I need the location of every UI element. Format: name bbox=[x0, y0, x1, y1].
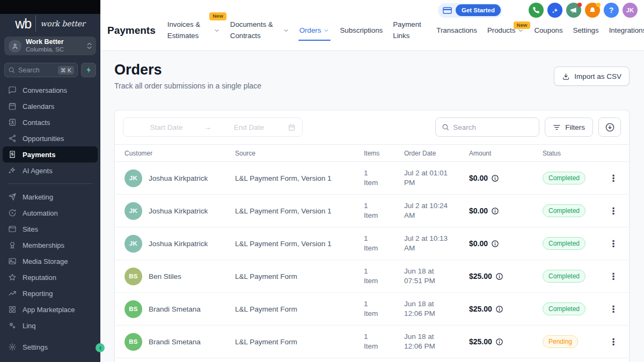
column-header: Items bbox=[353, 150, 393, 157]
sidebar-item-sites[interactable]: Sites bbox=[3, 221, 98, 237]
order-status: Pending bbox=[532, 335, 598, 348]
sidebar-item-automation[interactable]: Automation bbox=[3, 205, 98, 221]
sidebar-item-label: Settings bbox=[23, 343, 48, 351]
row-menu-button[interactable]: ⋮ bbox=[606, 335, 621, 349]
order-status: Completed bbox=[532, 204, 598, 217]
column-header: Order Date bbox=[393, 150, 458, 157]
table-row[interactable]: JK Joshua Kirkpatrick L&L Payment Form, … bbox=[115, 195, 629, 227]
info-icon[interactable] bbox=[491, 207, 499, 215]
sidebar-search[interactable]: ⌘ K bbox=[4, 63, 78, 77]
sidebar-item-label: Reporting bbox=[23, 290, 53, 298]
sidebar-item-linq[interactable]: Linq bbox=[3, 317, 98, 334]
calendar-icon bbox=[288, 123, 296, 131]
table-row[interactable]: JK Joshua Kirkpatrick L&L Payment Form, … bbox=[115, 162, 629, 195]
order-date: Jun 18 at12:06 PM bbox=[393, 299, 458, 319]
customer-name: Joshua Kirkpatrick bbox=[149, 240, 208, 248]
sidebar-item-settings[interactable]: Settings bbox=[3, 339, 98, 355]
logo: wb work better bbox=[0, 15, 100, 32]
user-avatar[interactable]: JK bbox=[623, 3, 638, 18]
card-icon bbox=[443, 7, 452, 14]
order-source: L&L Payment Form, Version 1 bbox=[224, 240, 353, 248]
status-badge: Completed bbox=[543, 270, 586, 283]
notifications-button[interactable] bbox=[585, 3, 600, 18]
sidebar-item-app-marketplace[interactable]: App Marketplace bbox=[3, 301, 98, 317]
tab-settings[interactable]: Settings bbox=[573, 25, 599, 36]
tab-integrations[interactable]: Integrations bbox=[609, 25, 644, 36]
status-badge: Completed bbox=[543, 172, 586, 184]
row-menu-button[interactable]: ⋮ bbox=[606, 270, 621, 283]
customer-name: Brandi Smetana bbox=[149, 338, 201, 346]
info-icon[interactable] bbox=[495, 338, 503, 346]
account-switcher[interactable]: Work Better Columbia, SC bbox=[4, 36, 96, 55]
info-icon[interactable] bbox=[495, 305, 503, 313]
orders-card: → Filters bbox=[114, 110, 630, 362]
sidebar-item-label: Media Storage bbox=[23, 257, 68, 265]
announcements-button[interactable] bbox=[566, 3, 581, 18]
customer-name: Brandi Smetana bbox=[149, 305, 201, 313]
phone-button[interactable] bbox=[529, 3, 544, 18]
row-menu-button[interactable]: ⋮ bbox=[606, 172, 621, 185]
table-row[interactable]: BS Ben Stiles L&L Payment Form 1Item Jun… bbox=[115, 260, 629, 293]
sidebar-item-reporting[interactable]: Reporting bbox=[3, 285, 98, 301]
sidebar-item-marketing[interactable]: Marketing bbox=[3, 189, 98, 205]
order-source: L&L Payment Form bbox=[224, 272, 353, 280]
date-range-picker[interactable]: → bbox=[123, 117, 303, 137]
quick-actions-button[interactable] bbox=[81, 63, 96, 77]
sidebar-collapse-button[interactable] bbox=[96, 343, 105, 352]
tab-coupons[interactable]: Coupons bbox=[534, 25, 562, 36]
sidebar-item-label: Sites bbox=[23, 225, 38, 233]
topbar-actions: Get Started ? JK bbox=[438, 3, 638, 18]
tab-documents-contracts[interactable]: Documents & Contracts bbox=[230, 19, 289, 41]
start-date-input[interactable] bbox=[130, 123, 203, 131]
order-items: 1Item bbox=[353, 299, 393, 319]
filter-icon bbox=[553, 124, 561, 131]
sidebar-item-opportunities[interactable]: Opportunities bbox=[3, 130, 98, 146]
sidebar-item-conversations[interactable]: Conversations bbox=[3, 82, 98, 98]
get-started-pill: Get Started bbox=[438, 3, 502, 18]
end-date-input[interactable] bbox=[213, 123, 286, 131]
table-header: Customer Source Items Order Date Amount … bbox=[115, 144, 629, 162]
sidebar: wb work better Work Better Columbia, SC … bbox=[0, 0, 100, 362]
column-header: Status bbox=[532, 150, 598, 157]
table-search-input[interactable] bbox=[453, 123, 533, 131]
info-icon[interactable] bbox=[491, 240, 499, 248]
order-amount: $0.00 bbox=[458, 206, 532, 215]
import-csv-button[interactable]: Import as CSV bbox=[554, 67, 630, 86]
sidebar-item-memberships[interactable]: Memberships bbox=[3, 237, 98, 253]
tab-transactions[interactable]: Transactions bbox=[436, 25, 477, 36]
sidebar-item-ai-agents[interactable]: AI Agents bbox=[3, 162, 98, 179]
ai-assistant-button[interactable] bbox=[547, 3, 562, 18]
sidebar-item-reputation[interactable]: Reputation bbox=[3, 269, 98, 285]
table-row[interactable]: JK Joshua Kirkpatrick L&L Payment Form, … bbox=[115, 227, 629, 260]
chevron-down-icon bbox=[214, 27, 220, 34]
help-button[interactable]: ? bbox=[604, 3, 619, 18]
sidebar-item-media-storage[interactable]: Media Storage bbox=[3, 253, 98, 269]
account-location: Columbia, SC bbox=[26, 46, 64, 54]
filters-button[interactable]: Filters bbox=[545, 117, 593, 137]
tab-orders[interactable]: Orders bbox=[299, 25, 330, 36]
info-icon[interactable] bbox=[495, 272, 503, 280]
export-button[interactable] bbox=[598, 117, 621, 137]
row-menu-button[interactable]: ⋮ bbox=[606, 237, 621, 250]
get-started-button[interactable]: Get Started bbox=[456, 4, 501, 16]
notification-dot bbox=[596, 3, 601, 7]
order-date: Jul 2 at 01:01PM bbox=[393, 168, 458, 188]
row-menu-button[interactable]: ⋮ bbox=[606, 302, 621, 316]
table-search[interactable] bbox=[435, 117, 539, 137]
orders-page: Orders Track all order submissions in a … bbox=[100, 51, 644, 362]
sidebar-search-input[interactable] bbox=[18, 67, 55, 74]
avatar: JK bbox=[125, 169, 142, 187]
row-menu-button[interactable]: ⋮ bbox=[606, 204, 621, 218]
tab-products[interactable]: Products New bbox=[487, 25, 524, 36]
table-row[interactable]: BS Brandi Smetana L&L Payment Form 1Item… bbox=[115, 326, 629, 358]
table-row[interactable]: BS Brandi Smetana L&L Payment Form 1Item… bbox=[115, 293, 629, 326]
sidebar-item-calendars[interactable]: Calendars bbox=[3, 98, 98, 114]
tab-invoices-estimates[interactable]: Invoices & Estimates New bbox=[167, 19, 220, 41]
sidebar-item-label: Marketing bbox=[23, 193, 53, 201]
sidebar-item-contacts[interactable]: Contacts bbox=[3, 114, 98, 130]
info-icon[interactable] bbox=[491, 174, 499, 182]
sidebar-item-payments[interactable]: Payments bbox=[3, 146, 98, 162]
tab-payment-links[interactable]: Payment Links bbox=[393, 19, 426, 41]
order-status: Completed bbox=[532, 172, 598, 184]
tab-subscriptions[interactable]: Subscriptions bbox=[340, 25, 383, 36]
